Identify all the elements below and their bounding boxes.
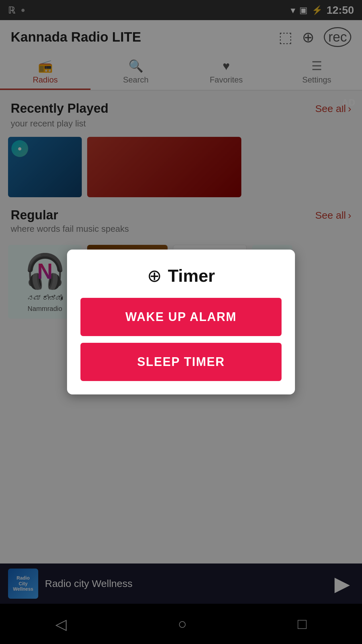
timer-dialog-icon: ⊕: [147, 266, 162, 286]
modal-overlay[interactable]: ⊕ Timer WAKE UP ALARM SLEEP TIMER: [0, 0, 362, 644]
timer-dialog: ⊕ Timer WAKE UP ALARM SLEEP TIMER: [67, 250, 295, 394]
timer-dialog-header: ⊕ Timer: [67, 250, 295, 298]
wake-up-alarm-button[interactable]: WAKE UP ALARM: [80, 298, 282, 336]
timer-dialog-title: Timer: [168, 266, 215, 286]
sleep-timer-button[interactable]: SLEEP TIMER: [80, 343, 282, 381]
